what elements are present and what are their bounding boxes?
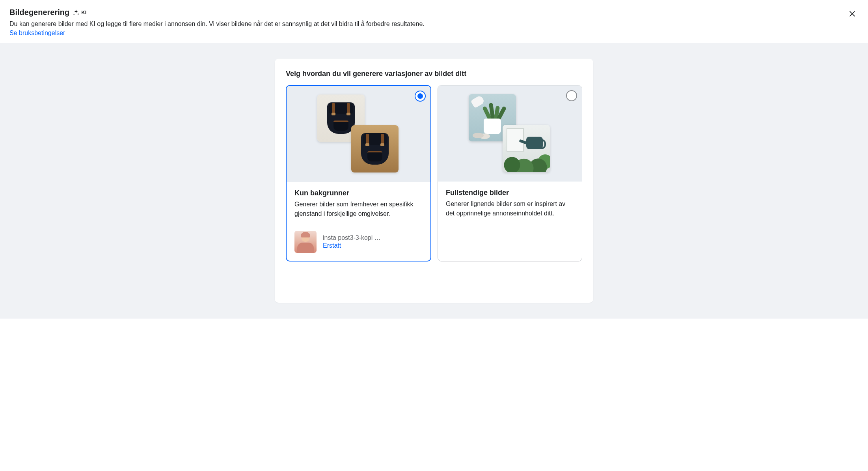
generation-panel: Velg hvordan du vil generere variasjoner…: [275, 59, 593, 303]
option-body: Fullstendige bilder Generer lignende bil…: [438, 182, 582, 261]
option-title: Fullstendige bilder: [446, 189, 574, 197]
close-button[interactable]: [846, 8, 859, 20]
page-title: Bildegenerering: [9, 8, 69, 17]
preview-image-stack: [469, 94, 551, 173]
close-icon: [848, 10, 856, 19]
option-description: Generer lignende bilder som er inspirert…: [446, 199, 574, 218]
ai-badge: KI: [73, 9, 86, 16]
radio-unselected-icon: [566, 90, 577, 101]
preview-image-stack: [317, 95, 400, 173]
preview-thumbnail: [503, 125, 550, 172]
option-preview: [438, 85, 582, 182]
replace-button[interactable]: Erstatt: [323, 242, 423, 249]
panel-title: Velg hvordan du vil generere variasjoner…: [286, 70, 582, 78]
ai-badge-text: KI: [81, 9, 86, 15]
options-row: Kun bakgrunner Generer bilder som fremhe…: [286, 85, 582, 261]
option-body: Kun bakgrunner Generer bilder som fremhe…: [287, 182, 430, 261]
preview-thumbnail: [351, 125, 399, 172]
option-title: Kun bakgrunner: [294, 189, 423, 197]
option-description: Generer bilder som fremhever en spesifik…: [294, 200, 423, 219]
radio-selected-icon: [415, 91, 426, 102]
attachment-info: insta post3-3-kopi … Erstatt: [323, 234, 423, 249]
content-area: Velg hvordan du vil generere variasjoner…: [0, 43, 868, 319]
divider: [294, 225, 423, 225]
attachment-filename: insta post3-3-kopi …: [323, 234, 423, 241]
option-full-images[interactable]: Fullstendige bilder Generer lignende bil…: [438, 85, 582, 261]
source-image-attachment: insta post3-3-kopi … Erstatt: [294, 231, 423, 253]
option-backgrounds-only[interactable]: Kun bakgrunner Generer bilder som fremhe…: [286, 85, 431, 261]
terms-link[interactable]: Se bruksbetingelser: [9, 30, 65, 37]
modal-header: Bildegenerering KI Du kan generere bilde…: [0, 0, 868, 43]
sparkle-icon: [73, 9, 80, 16]
option-preview: [287, 86, 430, 182]
header-description: Du kan generere bilder med KI og legge t…: [9, 19, 859, 29]
header-title-row: Bildegenerering KI: [9, 8, 859, 17]
attachment-thumbnail: [294, 231, 317, 253]
